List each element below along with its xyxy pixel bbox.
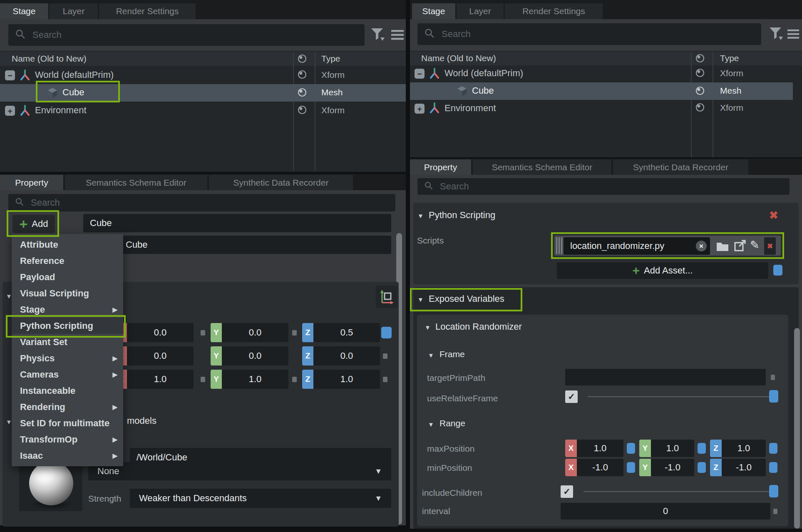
expand-plus-icon[interactable]: + bbox=[415, 104, 425, 114]
expand-plus-icon[interactable]: + bbox=[5, 106, 15, 116]
eye-icon[interactable] bbox=[296, 87, 308, 99]
menu-item-transformop[interactable]: TransformOp▶ bbox=[12, 431, 123, 447]
left-tab-stage[interactable]: Stage bbox=[0, 3, 48, 19]
script-path-field[interactable]: location_randomizer.py bbox=[564, 237, 710, 255]
transform-axes-icon[interactable] bbox=[376, 286, 397, 308]
value-changed-indicator[interactable] bbox=[627, 443, 635, 454]
value-changed-indicator[interactable] bbox=[769, 390, 778, 403]
section-collapse-icon[interactable]: ▼ bbox=[417, 296, 424, 303]
section-collapse-icon[interactable]: ▼ bbox=[6, 419, 12, 425]
max-position-z-field[interactable]: 1.0 bbox=[722, 440, 766, 457]
max-position-y-field[interactable]: 1.0 bbox=[651, 440, 694, 457]
open-external-icon[interactable] bbox=[733, 239, 747, 254]
z-axis-tab[interactable]: Z bbox=[302, 323, 313, 342]
left-tab-synthetic-data-recorder[interactable]: Synthetic Data Recorder bbox=[209, 175, 353, 190]
drag-handle[interactable] bbox=[556, 237, 562, 254]
section-collapse-icon[interactable]: ▼ bbox=[425, 324, 431, 331]
menu-item-reference[interactable]: Reference bbox=[12, 253, 123, 269]
menu-item-isaac[interactable]: Isaac▶ bbox=[12, 447, 123, 464]
search-input[interactable] bbox=[30, 197, 389, 209]
right-tab-stage[interactable]: Stage bbox=[412, 3, 455, 19]
z-axis-tab[interactable]: Z bbox=[302, 346, 313, 365]
y-axis-tab[interactable]: Y bbox=[211, 346, 222, 365]
value-state-square[interactable] bbox=[383, 377, 387, 382]
right-property-search[interactable] bbox=[417, 178, 790, 195]
value-state-square[interactable] bbox=[201, 330, 205, 336]
collapse-minus-icon[interactable]: − bbox=[415, 69, 425, 79]
eye-icon[interactable] bbox=[296, 70, 308, 81]
right-tab-synthetic-data-recorder[interactable]: Synthetic Data Recorder bbox=[613, 159, 748, 175]
eye-icon[interactable] bbox=[296, 105, 308, 117]
left-stage-search[interactable] bbox=[8, 24, 365, 46]
interval-field[interactable]: 0 bbox=[561, 503, 770, 520]
value-state-square[interactable] bbox=[773, 509, 777, 514]
menu-item-physics[interactable]: Physics▶ bbox=[12, 350, 123, 366]
add-asset-button[interactable]: + Add Asset... bbox=[557, 262, 768, 279]
edit-pencil-icon[interactable]: ✎ bbox=[750, 240, 760, 251]
use-relative-frame-checkbox[interactable]: ✓ bbox=[565, 390, 578, 403]
menu-item-instanceable[interactable]: Instanceable bbox=[12, 383, 123, 399]
table-row-cube-selected[interactable]: Cube Mesh bbox=[0, 84, 406, 102]
folder-icon[interactable] bbox=[716, 241, 729, 254]
eye-icon[interactable] bbox=[694, 86, 706, 97]
value-state-square[interactable] bbox=[292, 330, 297, 336]
eye-icon[interactable] bbox=[694, 102, 706, 114]
prim-name-field[interactable]: Cube bbox=[83, 214, 391, 232]
filter-icon[interactable] bbox=[768, 25, 784, 43]
right-property-scrollbar[interactable] bbox=[794, 328, 800, 529]
search-input[interactable] bbox=[32, 29, 358, 41]
table-row-world[interactable]: − World (defaultPrim) Xform bbox=[410, 65, 802, 82]
value-changed-indicator[interactable] bbox=[381, 327, 392, 338]
material-dropdown[interactable]: None ▼ bbox=[88, 462, 391, 480]
rotate-z-field[interactable]: 0.0 bbox=[313, 346, 380, 365]
left-tab-render-settings[interactable]: Render Settings bbox=[99, 3, 196, 19]
right-tab-semantics-schema-editor[interactable]: Semantics Schema Editor bbox=[473, 159, 611, 175]
value-state-square[interactable] bbox=[383, 353, 387, 359]
z-axis-tab[interactable]: Z bbox=[710, 440, 722, 457]
z-axis-tab[interactable]: Z bbox=[710, 459, 722, 476]
eye-icon[interactable] bbox=[694, 68, 706, 80]
right-tab-render-settings[interactable]: Render Settings bbox=[505, 3, 603, 19]
value-changed-indicator[interactable] bbox=[769, 462, 777, 473]
menu-item-stage[interactable]: Stage▶ bbox=[12, 301, 123, 318]
menu-item-set-id-for-multimatte[interactable]: Set ID for multimatte bbox=[12, 415, 123, 431]
rotate-y-field[interactable]: 0.0 bbox=[222, 346, 288, 365]
options-menu-icon[interactable] bbox=[787, 28, 800, 42]
target-prim-path-field[interactable] bbox=[565, 369, 766, 385]
y-axis-tab[interactable]: Y bbox=[639, 440, 651, 457]
left-tab-property[interactable]: Property bbox=[0, 175, 63, 190]
menu-item-cameras[interactable]: Cameras▶ bbox=[12, 366, 123, 383]
section-collapse-icon[interactable]: ▼ bbox=[428, 352, 434, 358]
filter-icon[interactable] bbox=[370, 26, 385, 44]
scale-x-field[interactable]: 1.0 bbox=[127, 370, 194, 389]
y-axis-tab[interactable]: Y bbox=[211, 323, 222, 342]
menu-item-payload[interactable]: Payload bbox=[12, 269, 123, 285]
menu-item-variant-set[interactable]: Variant Set bbox=[12, 334, 123, 350]
menu-item-rendering[interactable]: Rendering▶ bbox=[12, 399, 123, 415]
value-changed-indicator[interactable] bbox=[698, 443, 706, 454]
menu-item-python-scripting[interactable]: Python Scripting bbox=[12, 318, 123, 334]
table-row-environment[interactable]: + Environment Xform bbox=[410, 100, 802, 117]
min-position-x-field[interactable]: -1.0 bbox=[577, 459, 623, 476]
value-changed-indicator[interactable] bbox=[627, 462, 635, 473]
value-state-square[interactable] bbox=[201, 377, 205, 382]
rotate-x-field[interactable]: 0.0 bbox=[127, 346, 194, 365]
x-axis-tab[interactable]: X bbox=[565, 440, 577, 457]
options-menu-icon[interactable] bbox=[390, 29, 405, 42]
translate-x-field[interactable]: 0.0 bbox=[127, 323, 194, 342]
max-position-x-field[interactable]: 1.0 bbox=[577, 440, 623, 457]
value-state-square[interactable] bbox=[771, 375, 775, 380]
clear-field-icon[interactable]: ✕ bbox=[696, 241, 707, 251]
translate-y-field[interactable]: 0.0 bbox=[222, 323, 288, 342]
right-tab-layer[interactable]: Layer bbox=[457, 3, 504, 19]
scale-z-field[interactable]: 1.0 bbox=[313, 370, 380, 389]
section-collapse-icon[interactable]: ▼ bbox=[428, 421, 434, 428]
add-button[interactable]: + Add bbox=[12, 215, 55, 233]
value-state-square[interactable] bbox=[292, 377, 297, 382]
min-position-z-field[interactable]: -1.0 bbox=[722, 459, 766, 476]
remove-script-button[interactable]: ✖ bbox=[764, 237, 776, 255]
min-position-y-field[interactable]: -1.0 bbox=[651, 459, 694, 476]
menu-item-attribute[interactable]: Attribute bbox=[12, 236, 123, 253]
search-input[interactable] bbox=[441, 28, 755, 40]
table-row-environment[interactable]: + Environment Xform bbox=[0, 102, 406, 119]
